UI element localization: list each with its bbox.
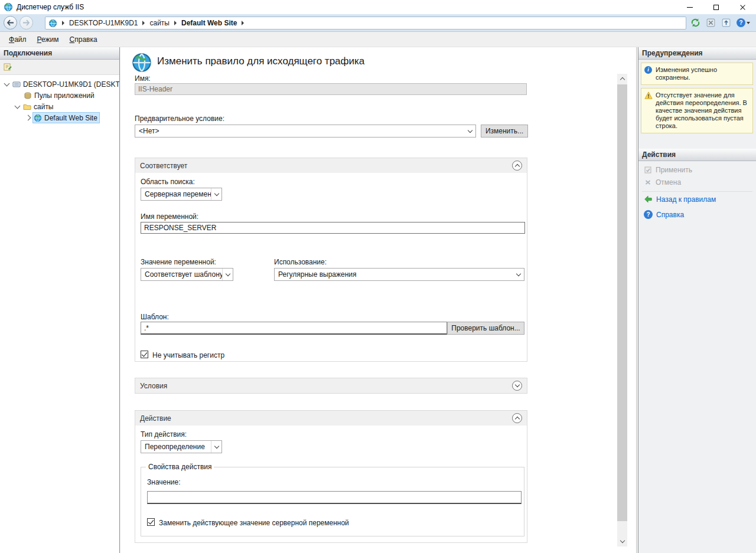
- scope-select[interactable]: Серверная переменн: [141, 188, 222, 201]
- variable-value-select[interactable]: Соответствует шаблону: [141, 268, 233, 281]
- new-connection-icon: [4, 63, 12, 71]
- warning-alert-text: Отсутствует значение для действия переоп…: [656, 91, 747, 129]
- collapse-icon[interactable]: [512, 161, 522, 171]
- action-section-header[interactable]: Действие: [135, 411, 527, 426]
- edit-precondition-button[interactable]: Изменить...: [481, 125, 528, 138]
- menu-file[interactable]: Файл: [4, 33, 32, 46]
- match-section: Соответствует Область поиска: Серверная …: [135, 158, 527, 362]
- ignore-case-checkbox[interactable]: [141, 351, 148, 358]
- actions-panel: Предупреждения i Изменения успешно сохра…: [638, 47, 756, 553]
- menu-view[interactable]: Режим: [32, 33, 64, 46]
- match-section-title: Соответствует: [140, 162, 187, 170]
- action-section: Действие Тип действия: Переопределение С…: [135, 410, 527, 543]
- address-bar: DESKTOP-U1MK9D1 сайты Default Web Site ?: [0, 14, 756, 32]
- precondition-select[interactable]: <Нет>: [135, 125, 476, 138]
- help-link[interactable]: ? Справка: [644, 210, 684, 219]
- page-globe-icon: [131, 52, 152, 73]
- scrollbar-thumb[interactable]: [617, 84, 627, 521]
- tree-item-default-web-site[interactable]: Default Web Site: [0, 112, 119, 123]
- cancel-icon: [644, 178, 652, 186]
- variable-name-input[interactable]: [141, 222, 525, 234]
- conditions-section: Условия: [135, 378, 527, 394]
- tree-item-label: сайты: [34, 103, 54, 111]
- test-pattern-button[interactable]: Проверить шаблон...: [447, 322, 524, 335]
- refresh-button[interactable]: [690, 18, 700, 28]
- replace-value-checkbox[interactable]: [147, 518, 155, 526]
- help-icon: ?: [644, 210, 653, 219]
- breadcrumb-default-web-site[interactable]: Default Web Site: [180, 19, 238, 27]
- back-arrow-icon: [644, 195, 653, 204]
- collapse-icon[interactable]: [512, 413, 522, 423]
- window-controls: [676, 0, 756, 14]
- actions-header: Действия: [638, 149, 756, 161]
- feature-page: Изменить правило для исходящего трафика …: [120, 47, 637, 553]
- back-to-rules-label: Назад к правилам: [656, 195, 716, 204]
- window-title: Диспетчер служб IIS: [17, 3, 84, 11]
- breadcrumb-server[interactable]: DESKTOP-U1MK9D1: [68, 19, 139, 27]
- pattern-input[interactable]: [141, 322, 447, 335]
- variable-value-label: Значение переменной:: [141, 258, 216, 266]
- back-icon: [6, 19, 14, 26]
- close-icon: [739, 4, 746, 11]
- close-button[interactable]: [729, 0, 756, 14]
- minimize-button[interactable]: [676, 0, 703, 14]
- tree-item-app-pools[interactable]: Пулы приложений: [0, 90, 119, 101]
- breadcrumb-separator-icon: [62, 21, 64, 25]
- tree-item-server[interactable]: DESKTOP-U1MK9D1 (DESKTOI: [0, 78, 119, 90]
- connections-tree: DESKTOP-U1MK9D1 (DESKTOI Пулы приложений…: [0, 76, 119, 553]
- info-icon: i: [644, 66, 652, 74]
- cancel-button[interactable]: Отмена: [644, 178, 681, 186]
- maximize-icon: [713, 5, 719, 10]
- help-label: Справка: [656, 211, 684, 219]
- using-select[interactable]: Регулярные выражения: [274, 268, 524, 281]
- apply-button[interactable]: Применить: [644, 166, 692, 174]
- match-section-header[interactable]: Соответствует: [135, 158, 527, 173]
- expand-icon[interactable]: [512, 381, 522, 391]
- action-type-select[interactable]: Переопределение: [141, 440, 222, 453]
- chevron-up-icon: [620, 77, 624, 82]
- chevron-down-icon: [620, 538, 624, 543]
- scope-label: Область поиска:: [141, 178, 195, 186]
- breadcrumb-sites[interactable]: сайты: [148, 19, 171, 27]
- name-input[interactable]: [135, 83, 527, 95]
- scroll-up-button[interactable]: [617, 74, 627, 84]
- maximize-button[interactable]: [703, 0, 729, 14]
- iis-manager-window: Диспетчер служб IIS DESKTOP-U1MK9D1 сайт…: [0, 0, 756, 553]
- tree-item-sites[interactable]: сайты: [0, 101, 119, 112]
- page-title: Изменить правило для исходящего трафика: [157, 55, 364, 67]
- warning-icon: [644, 91, 653, 100]
- actions-divider: [642, 191, 752, 192]
- info-alert-text: Изменения успешно сохранены.: [656, 66, 717, 81]
- conditions-section-header[interactable]: Условия: [135, 378, 527, 393]
- expander-open-icon: [15, 103, 21, 109]
- tree-item-label: Пулы приложений: [34, 91, 94, 100]
- back-to-rules-link[interactable]: Назад к правилам: [644, 195, 716, 204]
- vertical-scrollbar[interactable]: [617, 74, 627, 547]
- connections-header: Подключения: [0, 47, 119, 60]
- back-button[interactable]: [4, 16, 17, 30]
- action-section-title: Действие: [140, 414, 171, 423]
- help-menu-button[interactable]: ?: [737, 18, 750, 27]
- value-input[interactable]: [147, 491, 522, 504]
- folder-icon: [23, 103, 31, 111]
- refresh-icon: [690, 18, 700, 28]
- breadcrumb-separator-icon: [174, 21, 177, 25]
- scope-value: Серверная переменн: [145, 190, 211, 198]
- warning-alert: Отсутствует значение для действия переоп…: [641, 88, 753, 133]
- new-connection-button[interactable]: [4, 63, 12, 71]
- up-level-button[interactable]: [721, 18, 731, 28]
- scroll-down-button[interactable]: [617, 536, 627, 547]
- conditions-section-title: Условия: [140, 382, 167, 390]
- stop-button[interactable]: [706, 18, 716, 28]
- selected-tree-item: Default Web Site: [32, 112, 100, 123]
- chevron-down-icon: [513, 269, 524, 280]
- connections-toolbar: [0, 60, 119, 75]
- variable-name-label: Имя переменной:: [141, 212, 198, 221]
- forward-icon: [22, 19, 30, 26]
- globe-icon: [48, 19, 57, 28]
- forward-button[interactable]: [19, 16, 33, 30]
- using-label: Использование:: [274, 258, 327, 266]
- tree-item-label: DESKTOP-U1MK9D1 (DESKTOI: [23, 80, 119, 89]
- expander-open-icon: [4, 80, 10, 86]
- menu-help[interactable]: Справка: [64, 33, 103, 46]
